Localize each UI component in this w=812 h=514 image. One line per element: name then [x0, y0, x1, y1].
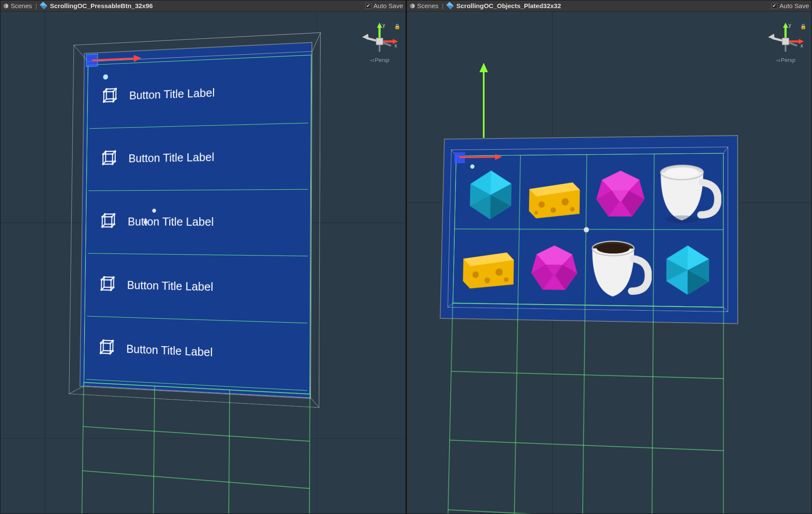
prefab-icon: [40, 2, 47, 9]
breadcrumb-separator: |: [442, 2, 444, 9]
svg-point-68: [110, 279, 112, 281]
svg-point-45: [105, 150, 106, 153]
svg-line-16: [311, 398, 319, 408]
breadcrumb-separator: |: [35, 2, 37, 9]
breadcrumb-scenes-link[interactable]: Scenes: [3, 2, 32, 9]
svg-line-14: [312, 32, 321, 51]
projection-label: Persp: [781, 57, 795, 63]
cube-wire-icon: [98, 338, 115, 358]
collider-dot: [152, 209, 156, 212]
lock-icon[interactable]: 🔒: [394, 23, 400, 29]
autosave-checkbox[interactable]: ✔: [365, 3, 371, 9]
cube-wire-icon: [99, 275, 116, 294]
svg-line-92: [228, 390, 230, 514]
svg-point-73: [113, 286, 115, 288]
breadcrumb-scenes-label: Scenes: [417, 2, 438, 9]
svg-point-34: [115, 98, 117, 100]
svg-line-37: [103, 151, 105, 154]
svg-point-31: [112, 100, 114, 103]
svg-text:y: y: [789, 23, 791, 28]
svg-rect-75: [103, 341, 113, 351]
svg-line-88: [83, 426, 310, 441]
svg-line-40: [112, 162, 115, 164]
svg-line-168: [651, 306, 653, 514]
svg-point-60: [114, 223, 116, 225]
orientation-gizmo[interactable]: 🔒 y x ◅ Persp: [767, 23, 804, 74]
svg-rect-74: [101, 343, 111, 354]
svg-line-111: [724, 307, 728, 312]
svg-line-91: [153, 386, 155, 514]
svg-text:x: x: [800, 43, 803, 49]
svg-point-55: [111, 216, 113, 218]
pressable-button-row[interactable]: Button Title Label: [100, 147, 214, 168]
autosave-checkbox[interactable]: ✔: [771, 3, 777, 9]
svg-marker-94: [410, 3, 412, 9]
svg-marker-1: [4, 3, 6, 9]
projection-label: Persp: [375, 57, 389, 63]
svg-line-79: [110, 351, 113, 354]
autosave-label: Auto Save: [374, 2, 403, 9]
object-mug[interactable]: [583, 231, 654, 307]
lock-icon[interactable]: 🔒: [800, 23, 806, 29]
scene-pane-right[interactable]: Scenes | ScrollingOC_Objects_Plated32x32…: [406, 0, 812, 514]
svg-rect-61: [102, 280, 111, 290]
scene-pane-left[interactable]: Scenes | ScrollingOC_PressableBtn_32x96 …: [0, 0, 406, 514]
projection-toggle[interactable]: ◅ Persp: [776, 57, 795, 63]
svg-line-52: [102, 224, 105, 227]
svg-line-164: [450, 440, 723, 451]
svg-line-51: [112, 214, 114, 217]
svg-point-142: [665, 215, 699, 223]
svg-line-39: [103, 162, 105, 164]
svg-marker-9: [362, 34, 369, 40]
svg-rect-48: [102, 217, 112, 227]
svg-line-50: [102, 214, 105, 217]
svg-point-42: [111, 153, 114, 155]
svg-line-15: [69, 385, 84, 395]
cube-wire-icon: [100, 150, 118, 168]
svg-rect-12: [376, 38, 383, 45]
svg-point-54: [101, 216, 103, 218]
svg-line-66: [111, 288, 114, 291]
breadcrumb-scenes-label: Scenes: [11, 2, 32, 9]
breadcrumb-scenes-link[interactable]: Scenes: [409, 2, 438, 9]
pressable-button-row[interactable]: Button Title Label: [99, 212, 214, 231]
svg-line-163: [451, 371, 724, 379]
svg-marker-98: [783, 23, 788, 28]
svg-line-89: [82, 471, 310, 489]
svg-rect-107: [782, 38, 789, 45]
orientation-gizmo[interactable]: 🔒 y x ◅ Persp: [361, 23, 398, 74]
svg-line-110: [447, 303, 453, 307]
object-dodecahedron[interactable]: [587, 160, 654, 230]
breadcrumb-prefab-link[interactable]: ScrollingOC_Objects_Plated32x32: [447, 2, 561, 9]
breadcrumb-prefab-label: ScrollingOC_Objects_Plated32x32: [456, 2, 561, 9]
svg-rect-87: [82, 382, 310, 514]
svg-point-58: [104, 213, 106, 215]
button-title-label: Button Title Label: [128, 214, 214, 229]
breadcrumb-bar: Scenes | ScrollingOC_PressableBtn_32x96 …: [0, 0, 406, 12]
unity-icon: [409, 3, 415, 9]
svg-rect-162: [447, 303, 724, 514]
projection-arrow-icon: ◅: [370, 57, 374, 63]
button-title-label: Button Title Label: [127, 278, 213, 294]
pressable-button-row[interactable]: Button Title Label: [98, 338, 213, 362]
prefab-icon: [446, 2, 454, 9]
object-cheese[interactable]: [522, 170, 587, 227]
svg-marker-3: [377, 23, 382, 28]
svg-point-83: [109, 352, 111, 355]
svg-line-167: [582, 305, 585, 514]
svg-line-109: [724, 147, 728, 153]
autosave-label: Auto Save: [780, 2, 809, 9]
svg-point-67: [101, 279, 103, 281]
breadcrumb-prefab-label: ScrollingOC_PressableBtn_32x96: [50, 2, 153, 9]
scene-viewport[interactable]: 🔒 y x ◅ Persp: [407, 12, 812, 514]
svg-line-166: [513, 304, 518, 514]
cube-wire-icon: [99, 212, 117, 231]
svg-line-165: [448, 510, 724, 514]
svg-line-38: [113, 151, 115, 154]
svg-point-80: [100, 342, 102, 344]
projection-arrow-icon: ◅: [776, 57, 780, 63]
scene-viewport[interactable]: 🔒 y x ◅ Persp: [0, 12, 406, 514]
breadcrumb-prefab-link[interactable]: ScrollingOC_PressableBtn_32x96: [41, 2, 153, 9]
projection-toggle[interactable]: ◅ Persp: [370, 57, 389, 63]
button-title-label: Button Title Label: [129, 150, 214, 165]
